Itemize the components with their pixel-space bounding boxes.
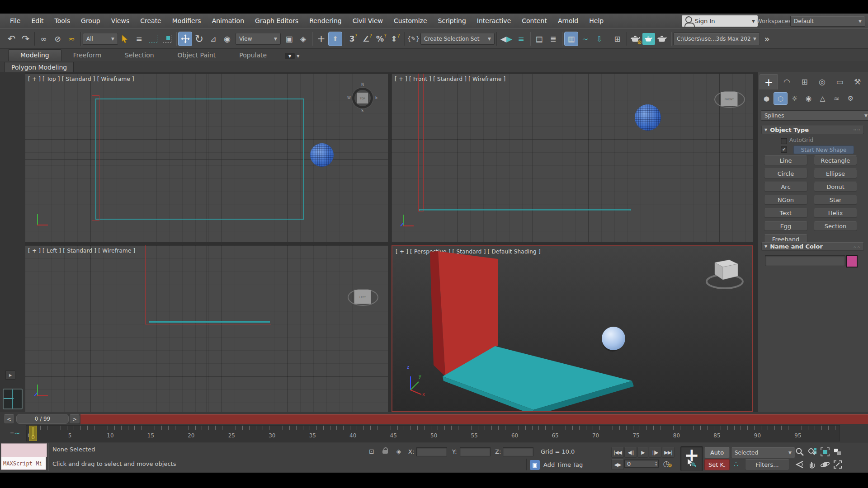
render-production-icon[interactable]: [655, 32, 669, 46]
key-filters-icon[interactable]: ∴: [731, 460, 741, 469]
sphere-shaded[interactable]: [602, 327, 625, 350]
shape-category-select[interactable]: Splines ▼: [761, 110, 868, 121]
select-and-link-icon[interactable]: ∞: [37, 32, 51, 46]
menu-item[interactable]: Interactive: [472, 14, 516, 28]
modify-tab-icon[interactable]: ◠: [778, 74, 796, 89]
angle-snap-icon[interactable]: ∠?: [360, 32, 374, 46]
utilities-tab-icon[interactable]: ⚒: [849, 74, 866, 89]
shapes-category-icon[interactable]: ○: [774, 92, 788, 105]
named-selection-set-combo[interactable]: Create Selection Set ▼: [420, 33, 495, 45]
sphere-wireframe[interactable]: [635, 104, 661, 131]
menu-item[interactable]: Graph Editors: [250, 14, 304, 28]
shape-button[interactable]: Rectangle: [814, 155, 857, 165]
object-name-input[interactable]: [765, 255, 845, 266]
go-to-end-button[interactable]: ▶▶|: [662, 447, 675, 458]
add-time-tag[interactable]: Add Time Tag: [543, 461, 583, 468]
tab-object-paint[interactable]: Object Paint: [166, 50, 228, 61]
layout-expand-button[interactable]: ▶: [5, 371, 15, 380]
use-pivot-point-icon[interactable]: ▣: [282, 32, 296, 46]
display-tab-icon[interactable]: ▭: [831, 74, 849, 89]
ribbon-toggle-icon[interactable]: ▦: [564, 32, 578, 46]
play-button[interactable]: ▶: [637, 447, 648, 458]
rectangle-spline-teal[interactable]: [95, 99, 304, 220]
viewport-top-label[interactable]: [ + ] [ Top ] [ Standard ] [ Wireframe ]: [28, 76, 134, 82]
shape-button[interactable]: NGon: [764, 195, 807, 205]
viewport-left[interactable]: [ + ] [ Left ] [ Standard ] [ Wireframe …: [25, 245, 388, 412]
filters-button[interactable]: Filters...: [745, 459, 789, 470]
shape-button[interactable]: Egg: [764, 221, 807, 231]
tab-modeling[interactable]: Modeling: [8, 49, 61, 61]
field-of-view-icon[interactable]: [794, 459, 806, 470]
shape-button[interactable]: Ellipse: [814, 169, 857, 178]
space-warps-category-icon[interactable]: ≈: [830, 92, 844, 105]
geometry-category-icon[interactable]: ●: [760, 92, 774, 105]
zoom-icon[interactable]: [794, 446, 806, 458]
next-key-button[interactable]: ||▶: [649, 447, 661, 458]
tab-freeform[interactable]: Freeform: [61, 50, 113, 61]
shape-button[interactable]: Helix: [814, 208, 857, 218]
auto-key-button[interactable]: Auto: [704, 447, 730, 458]
autogrid-checkbox[interactable]: [781, 138, 787, 144]
rectangle-spline-red[interactable]: [92, 95, 99, 221]
use-selection-center-icon[interactable]: ◈: [296, 32, 310, 46]
viewport-layout-tab-icon[interactable]: [3, 389, 23, 409]
redo-icon[interactable]: ↷: [19, 32, 33, 46]
tab-polygon-modeling[interactable]: Polygon Modeling: [5, 62, 74, 72]
shape-button[interactable]: Circle: [764, 169, 807, 178]
shape-button[interactable]: Line: [764, 155, 807, 165]
go-to-start-button[interactable]: |◀◀: [611, 447, 624, 458]
bind-to-space-warp-icon[interactable]: ≈: [65, 32, 79, 46]
percent-snap-icon[interactable]: %?: [374, 32, 388, 46]
menu-item[interactable]: Scripting: [433, 14, 472, 28]
select-and-place-icon[interactable]: ◉: [220, 32, 234, 46]
viewcube-compass[interactable]: N S W E TOP: [348, 84, 377, 113]
menu-item[interactable]: Civil View: [347, 14, 388, 28]
key-filter-mode-select[interactable]: Selected ▼: [731, 447, 795, 458]
shape-button[interactable]: Text: [764, 208, 807, 218]
menu-item[interactable]: Group: [75, 14, 106, 28]
zoom-all-icon[interactable]: [807, 446, 818, 458]
menu-item[interactable]: Arnold: [552, 14, 584, 28]
mirror-icon[interactable]: ◀▶: [499, 32, 514, 46]
menu-item[interactable]: Content: [516, 14, 552, 28]
select-and-scale-icon[interactable]: ⊿: [206, 32, 220, 46]
shape-button[interactable]: Donut: [814, 182, 857, 192]
viewcube-perspective[interactable]: [707, 260, 743, 288]
viewport-perspective[interactable]: [ + ] [ Perspective ] [ Standard ] [ Def…: [392, 245, 753, 412]
curve-editor-icon[interactable]: ∼: [578, 32, 592, 46]
unlink-selection-icon[interactable]: ⊘: [51, 32, 65, 46]
menu-item[interactable]: Modifiers: [167, 14, 207, 28]
maximize-viewport-toggle-icon[interactable]: [832, 459, 844, 470]
project-folder-select[interactable]: C:\Users\use...3ds Max 2020 ▼: [673, 33, 760, 45]
sphere-wireframe[interactable]: [310, 143, 334, 167]
shape-button[interactable]: Arc: [764, 182, 807, 192]
set-keys-button[interactable]: +: [680, 446, 703, 471]
render-setup-icon[interactable]: ⚙: [628, 32, 642, 46]
track-bar[interactable]: [80, 414, 868, 424]
reference-coordinate-select[interactable]: View ▼: [236, 33, 281, 45]
lights-category-icon[interactable]: ☼: [788, 92, 802, 105]
previous-frame-button[interactable]: <: [4, 414, 14, 424]
spinner-snap-icon[interactable]: ⇕?: [388, 32, 402, 46]
render-setup-dialog-icon[interactable]: ⊞: [610, 32, 624, 46]
time-configuration-icon[interactable]: ◷ ⚙: [662, 459, 671, 468]
select-and-rotate-icon[interactable]: ↻: [192, 32, 206, 46]
frame-spinner[interactable]: ▴ ▾: [655, 461, 658, 466]
previous-key-button[interactable]: ◀||: [624, 447, 637, 458]
toolbar-overflow-icon[interactable]: »: [760, 32, 774, 46]
object-color-swatch[interactable]: [846, 255, 858, 267]
viewcube-left[interactable]: LEFT: [347, 285, 379, 309]
select-object-icon[interactable]: [118, 32, 132, 46]
create-tab-icon[interactable]: +: [760, 74, 778, 89]
menu-item[interactable]: Views: [106, 14, 135, 28]
hierarchy-tab-icon[interactable]: ⊞: [796, 74, 813, 89]
snap-toggle-3d-icon[interactable]: 3?: [346, 32, 360, 46]
spinner-down-icon[interactable]: ▾: [655, 464, 657, 466]
next-frame-button[interactable]: >: [69, 414, 80, 424]
current-frame-input[interactable]: 0 ▴ ▾: [624, 460, 659, 468]
menu-item[interactable]: File: [5, 14, 26, 28]
selection-filter-select[interactable]: All ▼: [83, 33, 118, 45]
keyboard-shortcut-override-icon[interactable]: ⬆: [328, 32, 342, 46]
select-and-manipulate-icon[interactable]: +: [314, 32, 328, 46]
select-and-move-icon[interactable]: [178, 32, 192, 46]
